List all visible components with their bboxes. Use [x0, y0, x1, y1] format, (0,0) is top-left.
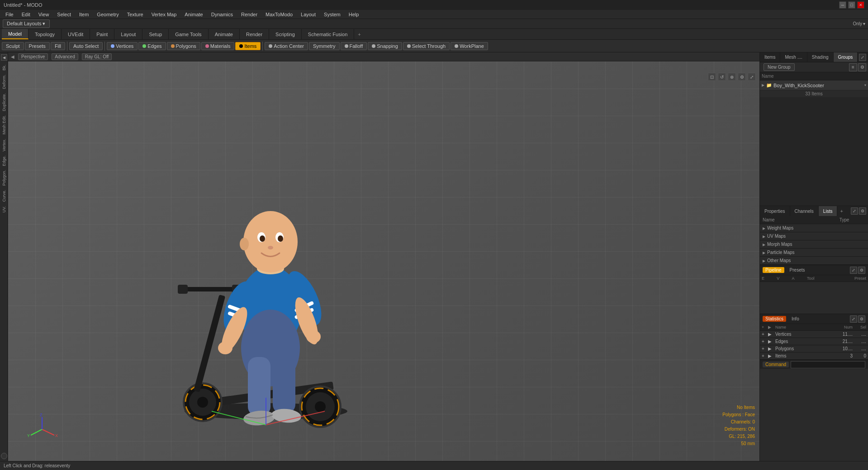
- rp-tab-groups[interactable]: Groups: [834, 52, 858, 62]
- menu-select[interactable]: Select: [53, 11, 75, 18]
- sidebar-tab-edge[interactable]: Edge.: [1, 154, 7, 168]
- viewport-nav-arrow[interactable]: ◀: [11, 54, 14, 59]
- items-grid-area[interactable]: [760, 97, 868, 206]
- sculpt-button[interactable]: Sculpt: [2, 42, 24, 50]
- perspective-button[interactable]: Perspective: [18, 53, 48, 60]
- minimize-button[interactable]: ─: [839, 1, 846, 9]
- new-group-btn[interactable]: New Group: [764, 63, 795, 71]
- sidebar-small-btn[interactable]: ◀: [1, 54, 7, 61]
- presets-tab-label[interactable]: Presets: [790, 268, 805, 273]
- tab-model[interactable]: Model: [2, 29, 28, 39]
- stats-row-items[interactable]: + ▶ Items 3 0: [760, 352, 868, 360]
- maximize-button[interactable]: □: [848, 1, 855, 9]
- tab-setup[interactable]: Setup: [142, 29, 169, 39]
- sidebar-tab-polygon[interactable]: Polygon.: [1, 168, 7, 188]
- raygl-button[interactable]: Ray GL: Off: [82, 53, 112, 60]
- info-tab-label[interactable]: Info: [792, 316, 799, 321]
- list-item-particle-maps[interactable]: ▶Particle Maps: [760, 249, 868, 257]
- menu-dynamics[interactable]: Dynamics: [208, 11, 237, 18]
- viewport-canvas[interactable]: ⊡ ↺ ⊕ ⚙ ⤢: [8, 61, 759, 461]
- prop-settings-btn[interactable]: ⚙: [859, 207, 866, 215]
- advanced-button[interactable]: Advanced: [52, 53, 78, 60]
- vp-icon-settings[interactable]: ⚙: [738, 73, 746, 81]
- menu-item[interactable]: Item: [76, 11, 92, 18]
- sidebar-tab-bk[interactable]: Bk.: [1, 63, 7, 72]
- vp-icon-zoom[interactable]: ⊕: [728, 73, 736, 81]
- rp-tab-shading[interactable]: Shading: [807, 52, 834, 62]
- prop-expand-btn[interactable]: ⤢: [851, 207, 858, 215]
- list-item-weight-maps[interactable]: ▶Weight Maps: [760, 224, 868, 232]
- menu-layout[interactable]: Layout: [297, 11, 319, 18]
- item-group-row[interactable]: ▶ 📁 Boy_With_KickScooter ▾: [760, 80, 868, 90]
- menu-maxtomodo[interactable]: MaxToModo: [262, 11, 296, 18]
- layout-dropdown[interactable]: Default Layouts ▾: [3, 19, 50, 28]
- menu-vertex-map[interactable]: Vertex Map: [148, 11, 180, 18]
- sidebar-tab-uv[interactable]: UV.: [1, 204, 7, 214]
- viewport[interactable]: ◀ Perspective Advanced Ray GL: Off ⊡ ↺ ⊕…: [8, 52, 759, 461]
- vertices-button[interactable]: Vertices: [107, 42, 138, 50]
- tab-render[interactable]: Render: [240, 29, 269, 39]
- close-button[interactable]: ✕: [857, 1, 864, 9]
- prop-tab-lists[interactable]: Lists: [819, 206, 838, 216]
- tab-game-tools[interactable]: Game Tools: [169, 29, 209, 39]
- tab-layout[interactable]: Layout: [114, 29, 142, 39]
- tab-scripting[interactable]: Scripting: [269, 29, 302, 39]
- materials-button[interactable]: Materials: [201, 42, 235, 50]
- menu-help[interactable]: Help: [345, 11, 363, 18]
- sidebar-tab-vertex[interactable]: Vertex.: [1, 137, 7, 153]
- fill-button[interactable]: Fill: [51, 42, 65, 50]
- prop-tab-properties[interactable]: Properties: [760, 206, 790, 216]
- command-input[interactable]: [791, 361, 865, 368]
- edges-button[interactable]: Edges: [138, 42, 166, 50]
- menu-geometry[interactable]: Geometry: [93, 11, 122, 18]
- vp-icon-rotate[interactable]: ↺: [718, 73, 726, 81]
- pipeline-expand-btn[interactable]: ⤢: [850, 267, 857, 274]
- sidebar-tab-mesh-edit[interactable]: Mesh Edit.: [1, 113, 7, 136]
- vp-icon-frame[interactable]: ⊡: [708, 73, 716, 81]
- stats-row-polygons[interactable]: + ▶ Polygons 10.... ....: [760, 345, 868, 352]
- menu-view[interactable]: View: [35, 11, 53, 18]
- list-item-uv-maps[interactable]: ▶UV Maps: [760, 232, 868, 240]
- items-icon-btn-1[interactable]: ≡: [849, 63, 857, 71]
- stats-row-edges[interactable]: + ▶ Edges 21.... ....: [760, 338, 868, 345]
- menu-texture[interactable]: Texture: [123, 11, 147, 18]
- list-item-other-maps[interactable]: ▶Other Maps: [760, 257, 868, 265]
- workplane-button[interactable]: WorkPlane: [451, 42, 488, 50]
- action-center-button[interactable]: Action Center: [265, 42, 308, 50]
- menu-animate[interactable]: Animate: [181, 11, 206, 18]
- menu-edit[interactable]: Edit: [18, 11, 34, 18]
- rp-tab-items[interactable]: Items: [760, 52, 780, 62]
- items-icon-btn-2[interactable]: ⚙: [858, 63, 866, 71]
- auto-select-button[interactable]: Auto Select: [69, 42, 103, 50]
- sidebar-small-circle[interactable]: [1, 453, 7, 459]
- list-item-morph-maps[interactable]: ▶Morph Maps: [760, 240, 868, 249]
- tab-paint[interactable]: Paint: [90, 29, 114, 39]
- falloff-button[interactable]: Falloff: [341, 42, 367, 50]
- stats-settings-btn[interactable]: ⚙: [858, 315, 865, 323]
- menu-file[interactable]: File: [2, 11, 17, 18]
- tab-animate[interactable]: Animate: [209, 29, 240, 39]
- polygons-button[interactable]: Polygons: [167, 42, 200, 50]
- select-through-button[interactable]: Select Through: [403, 42, 450, 50]
- stats-row-vertices[interactable]: + ▶ Vertices 11.... ....: [760, 331, 868, 338]
- snapping-button[interactable]: Snapping: [368, 42, 402, 50]
- tab-schematic-fusion[interactable]: Schematic Fusion: [302, 29, 354, 39]
- menu-system[interactable]: System: [320, 11, 344, 18]
- stats-expand-btn[interactable]: ⤢: [850, 315, 857, 323]
- presets-button[interactable]: Presets: [25, 42, 50, 50]
- prop-tab-add[interactable]: +: [837, 206, 845, 216]
- prop-tab-channels[interactable]: Channels: [790, 206, 819, 216]
- sidebar-tab-deform[interactable]: Deform.: [1, 73, 7, 91]
- items-button[interactable]: Items: [235, 42, 261, 50]
- rp-tab-mesh[interactable]: Mesh ....: [780, 52, 807, 62]
- rp-expand-btn[interactable]: ⤢: [859, 54, 866, 61]
- tab-add-button[interactable]: +: [354, 29, 364, 39]
- menu-render[interactable]: Render: [237, 11, 261, 18]
- pipeline-settings-btn[interactable]: ⚙: [858, 267, 865, 274]
- symmetry-button[interactable]: Symmetry: [309, 42, 340, 50]
- sidebar-tab-duplicate[interactable]: Duplicate.: [1, 91, 7, 113]
- sidebar-tab-curve[interactable]: Curve.: [1, 188, 7, 204]
- tab-uvedit[interactable]: UVEdit: [62, 29, 90, 39]
- vp-icon-expand[interactable]: ⤢: [748, 73, 756, 81]
- tab-topology[interactable]: Topology: [28, 29, 62, 39]
